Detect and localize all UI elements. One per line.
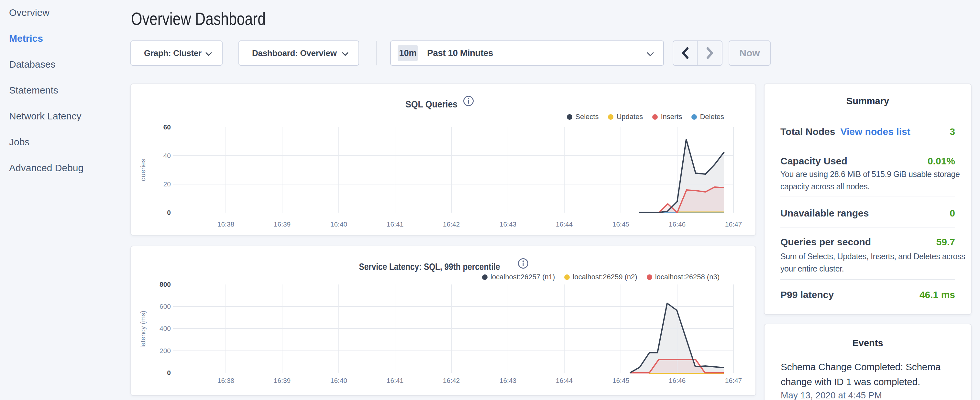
- svg-text:16:47: 16:47: [725, 377, 742, 384]
- svg-text:16:42: 16:42: [443, 377, 460, 384]
- svg-text:0: 0: [167, 209, 171, 216]
- svg-text:16:46: 16:46: [669, 220, 686, 228]
- svg-text:16:42: 16:42: [443, 220, 460, 228]
- svg-text:16:44: 16:44: [556, 377, 573, 384]
- svg-text:60: 60: [163, 123, 171, 131]
- svg-text:16:43: 16:43: [500, 220, 517, 228]
- svg-text:20: 20: [163, 180, 171, 188]
- svg-text:16:46: 16:46: [669, 377, 686, 384]
- svg-text:16:39: 16:39: [274, 377, 291, 384]
- svg-text:16:38: 16:38: [217, 220, 235, 228]
- svg-text:600: 600: [159, 303, 171, 310]
- svg-text:40: 40: [163, 152, 171, 159]
- svg-text:16:41: 16:41: [387, 377, 404, 384]
- svg-text:800: 800: [159, 280, 171, 288]
- svg-text:queries: queries: [139, 159, 146, 181]
- svg-text:16:45: 16:45: [612, 220, 630, 228]
- svg-text:16:41: 16:41: [387, 220, 404, 228]
- svg-text:16:43: 16:43: [500, 377, 517, 384]
- svg-text:16:44: 16:44: [556, 220, 573, 228]
- svg-text:200: 200: [159, 347, 171, 354]
- svg-text:16:38: 16:38: [217, 377, 235, 384]
- svg-text:16:47: 16:47: [725, 220, 742, 228]
- svg-text:latency (ms): latency (ms): [139, 311, 146, 347]
- svg-text:400: 400: [159, 325, 171, 332]
- svg-text:16:40: 16:40: [330, 220, 347, 228]
- svg-text:0: 0: [167, 369, 171, 376]
- svg-text:16:40: 16:40: [330, 377, 347, 384]
- svg-text:16:39: 16:39: [274, 220, 291, 228]
- svg-text:16:45: 16:45: [612, 377, 630, 384]
